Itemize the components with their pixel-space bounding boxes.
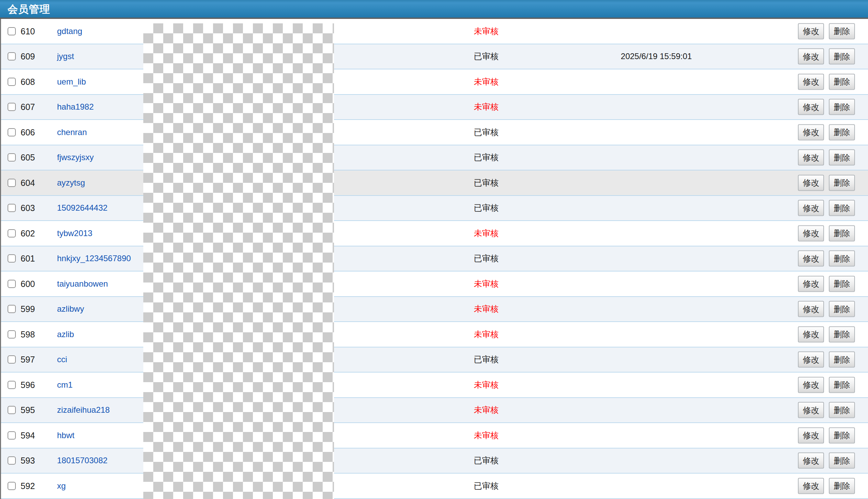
edit-button[interactable]: 修改 [798,124,824,140]
row-actions: 修改 删除 [798,149,855,166]
username-link[interactable]: fjwszyjsxy [57,153,94,162]
table-row: 609 jygst 已审核 2025/6/19 15:59:01 修改 删除 [0,44,868,70]
table-row: 599 azlibwy 未审核 修改 删除 [0,297,868,322]
edit-button[interactable]: 修改 [798,48,824,65]
row-checkbox[interactable] [8,305,16,313]
member-id: 603 [21,203,49,213]
delete-button[interactable]: 删除 [829,276,855,292]
row-checkbox[interactable] [8,381,16,389]
row-actions: 修改 删除 [798,402,855,418]
delete-button[interactable]: 删除 [829,251,855,267]
username-link[interactable]: gdtang [57,26,82,36]
username-link[interactable]: taiyuanbowen [57,279,108,289]
row-checkbox[interactable] [8,431,16,440]
delete-button[interactable]: 删除 [829,478,855,494]
status-text: 未审核 [454,379,519,390]
username-link[interactable]: azlibwy [57,304,84,314]
delete-button[interactable]: 删除 [829,453,855,469]
username-link[interactable]: zizaifeihua218 [57,405,110,415]
edit-button[interactable]: 修改 [798,99,824,115]
row-checkbox[interactable] [8,355,16,364]
delete-button[interactable]: 删除 [829,301,855,317]
table-row: 596 cm1 未审核 修改 删除 [0,373,868,398]
username-link[interactable]: uem_lib [57,77,86,87]
status-text: 未审核 [454,329,519,340]
row-checkbox[interactable] [8,52,16,60]
member-id: 592 [21,481,49,491]
delete-button[interactable]: 删除 [829,402,855,418]
username-link[interactable]: hbwt [57,431,75,440]
row-actions: 修改 删除 [798,124,855,140]
edit-button[interactable]: 修改 [798,23,824,39]
edit-button[interactable]: 修改 [798,352,824,368]
member-id: 601 [21,254,49,264]
username-link[interactable]: chenran [57,127,87,137]
username-link[interactable]: azlib [57,330,74,339]
delete-button[interactable]: 删除 [829,23,855,39]
username-link[interactable]: jygst [57,52,74,61]
delete-button[interactable]: 删除 [829,377,855,393]
row-checkbox[interactable] [8,406,16,414]
delete-button[interactable]: 删除 [829,149,855,166]
username-link[interactable]: 18015703082 [57,456,108,465]
edit-button[interactable]: 修改 [798,225,824,241]
username-link[interactable]: 15092644432 [57,203,108,213]
edit-button[interactable]: 修改 [798,402,824,418]
edit-button[interactable]: 修改 [798,200,824,216]
member-id: 606 [21,127,49,137]
username-link[interactable]: cm1 [57,380,73,390]
delete-button[interactable]: 删除 [829,200,855,216]
row-checkbox[interactable] [8,229,16,237]
delete-button[interactable]: 删除 [829,326,855,342]
member-table: 610 gdtang 未审核 修改 删除 609 jygst 已审核 2025/… [0,19,868,499]
delete-button[interactable]: 删除 [829,352,855,368]
table-row: 605 fjwszyjsxy 已审核 修改 删除 [0,145,868,171]
username-link[interactable]: cci [57,355,67,364]
row-checkbox[interactable] [8,128,16,136]
status-text: 已审核 [454,480,519,491]
row-actions: 修改 删除 [798,99,855,115]
username-link[interactable]: ayzytsg [57,178,85,188]
username-link[interactable]: xg [57,481,66,491]
row-checkbox[interactable] [8,78,16,86]
edit-button[interactable]: 修改 [798,251,824,267]
row-checkbox[interactable] [8,254,16,263]
row-checkbox[interactable] [8,280,16,288]
delete-button[interactable]: 删除 [829,48,855,65]
member-id: 605 [21,153,49,163]
edit-button[interactable]: 修改 [798,149,824,166]
edit-button[interactable]: 修改 [798,276,824,292]
status-text: 未审核 [454,76,519,87]
edit-button[interactable]: 修改 [798,453,824,469]
edit-button[interactable]: 修改 [798,427,824,443]
username-link[interactable]: haha1982 [57,102,94,112]
row-checkbox[interactable] [8,179,16,187]
edit-button[interactable]: 修改 [798,377,824,393]
row-checkbox[interactable] [8,482,16,490]
delete-button[interactable]: 删除 [829,225,855,241]
username-link[interactable]: hnkjxy_1234567890 [57,254,131,263]
edit-button[interactable]: 修改 [798,74,824,90]
delete-button[interactable]: 删除 [829,124,855,140]
username-link[interactable]: tybw2013 [57,229,92,238]
approve-time: 2025/6/19 15:59:01 [612,52,701,61]
delete-button[interactable]: 删除 [829,175,855,191]
row-checkbox[interactable] [8,103,16,111]
member-id: 594 [21,430,49,440]
delete-button[interactable]: 删除 [829,427,855,443]
delete-button[interactable]: 删除 [829,99,855,115]
delete-button[interactable]: 删除 [829,74,855,90]
table-row: 600 taiyuanbowen 未审核 修改 删除 [0,271,868,297]
row-checkbox[interactable] [8,153,16,162]
edit-button[interactable]: 修改 [798,175,824,191]
row-actions: 修改 删除 [798,175,855,191]
edit-button[interactable]: 修改 [798,478,824,494]
row-checkbox[interactable] [8,27,16,35]
edit-button[interactable]: 修改 [798,301,824,317]
row-checkbox[interactable] [8,330,16,339]
member-id: 604 [21,178,49,188]
row-checkbox[interactable] [8,456,16,465]
row-actions: 修改 删除 [798,427,855,443]
row-checkbox[interactable] [8,204,16,212]
edit-button[interactable]: 修改 [798,326,824,342]
